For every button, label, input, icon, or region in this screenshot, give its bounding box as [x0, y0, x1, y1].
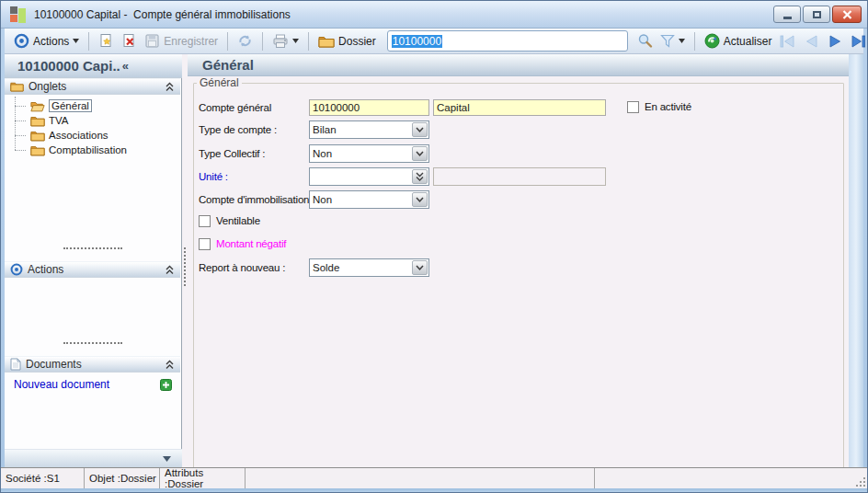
sidebar-collapse-button[interactable]: «	[122, 59, 129, 73]
type-collectif-value: Non	[313, 148, 332, 159]
ventilable-checkbox[interactable]	[199, 215, 211, 227]
section-header-actions[interactable]: Actions	[5, 261, 180, 278]
onglets-tree: Général TVA Associat	[10, 98, 176, 157]
type-collectif-label: Type Collectif :	[199, 148, 265, 159]
title-bar: 10100000 Capital - Compte général immobi…	[1, 1, 867, 29]
nav-previous-button[interactable]	[799, 35, 823, 48]
section-header-onglets[interactable]: Onglets	[5, 78, 180, 95]
report-a-nouveau-dropdown-button[interactable]	[412, 260, 428, 275]
tree-item-tva[interactable]: TVA	[10, 113, 176, 128]
nav-last-icon	[851, 35, 867, 48]
compte-immobilisation-label: Compte d'immobilisation :	[199, 194, 314, 205]
status-empty-panel	[595, 468, 867, 488]
search-icon	[637, 33, 653, 49]
type-de-compte-dropdown-button[interactable]	[412, 122, 428, 137]
vertical-scrollbar[interactable]	[849, 54, 863, 467]
montant-negatif-label: Montant négatif	[216, 238, 286, 249]
type-collectif-select[interactable]: Non	[309, 144, 429, 163]
status-attributs-text: Attributs :Dossier	[165, 467, 245, 489]
toolbar-separator	[308, 32, 309, 51]
sidebar-splitter-handle[interactable]	[63, 247, 122, 249]
chevron-down-icon	[416, 127, 424, 132]
nav-next-icon	[828, 35, 842, 48]
chevron-down-icon	[416, 151, 424, 156]
montant-negatif-checkbox[interactable]	[199, 238, 211, 250]
type-de-compte-select[interactable]: Bilan	[309, 120, 429, 139]
type-de-compte-value: Bilan	[313, 124, 337, 135]
unite-dropdown-button[interactable]	[412, 169, 428, 184]
minimize-icon	[783, 17, 792, 19]
ventilable-row: Ventilable	[199, 213, 260, 228]
resize-grip[interactable]	[856, 477, 865, 487]
nav-previous-icon	[805, 35, 818, 48]
compte-immobilisation-select[interactable]: Non	[309, 190, 429, 209]
sidebar-bottom-bar[interactable]	[5, 449, 182, 467]
folder-icon	[30, 130, 45, 142]
tree-item-general-label: Général	[49, 99, 92, 112]
status-attributs: Attributs :Dossier	[160, 468, 246, 488]
report-a-nouveau-label: Report à nouveau :	[199, 262, 285, 273]
tree-item-associations[interactable]: Associations	[10, 128, 176, 143]
dossier-button[interactable]: Dossier	[314, 33, 380, 50]
close-icon	[842, 10, 852, 19]
nav-next-button[interactable]	[823, 35, 847, 48]
delete-record-button[interactable]	[118, 31, 141, 51]
en-activite-checkbox[interactable]	[627, 101, 639, 113]
minimize-button[interactable]	[773, 6, 801, 23]
documents-header-label: Documents	[26, 358, 82, 371]
type-collectif-dropdown-button[interactable]	[412, 146, 428, 161]
dossier-label: Dossier	[338, 35, 376, 48]
maximize-icon	[813, 11, 821, 18]
print-icon	[272, 34, 289, 49]
save-button[interactable]: Enregistrer	[141, 31, 222, 51]
panel-splitter-handle[interactable]	[184, 247, 186, 286]
tree-item-general[interactable]: Général	[10, 98, 176, 113]
compte-general-code-field[interactable]: 10100000	[309, 99, 429, 116]
sidebar: 10100000 Capi.. « Onglets	[5, 54, 182, 467]
actions-dropdown-icon	[73, 39, 79, 43]
sidebar-bottom-collapse-icon	[163, 456, 171, 462]
report-a-nouveau-value: Solde	[313, 262, 339, 273]
new-document-link[interactable]: Nouveau document	[14, 378, 160, 391]
section-header-documents[interactable]: Documents	[5, 356, 180, 373]
sidebar-title: 10100000 Capi..	[17, 58, 120, 74]
actions-menu-button[interactable]: Actions	[10, 31, 83, 51]
compte-general-code-value: 10100000	[313, 102, 360, 113]
folder-icon	[30, 115, 45, 127]
refresh-icon	[237, 33, 253, 49]
compte-general-name-field[interactable]: Capital	[433, 99, 606, 116]
unite-combo[interactable]	[309, 167, 429, 186]
app-logo-icon	[10, 6, 27, 23]
tree-item-comptabilisation[interactable]: Comptabilisation	[10, 143, 176, 157]
window-title: 10100000 Capital - Compte général immobi…	[34, 1, 291, 29]
refresh-button[interactable]	[234, 31, 257, 51]
ventilable-label: Ventilable	[216, 215, 260, 226]
compte-immobilisation-dropdown-button[interactable]	[412, 192, 428, 207]
double-chevron-down-icon	[416, 172, 424, 181]
general-groupbox: Général Compte général 10100000 Capital …	[193, 76, 844, 467]
add-document-button[interactable]	[160, 379, 172, 391]
status-objet-text: Objet :Dossier	[89, 473, 156, 484]
actualiser-button[interactable]: Actualiser	[701, 31, 776, 51]
search-button[interactable]	[634, 31, 657, 51]
sidebar-title-bar: 10100000 Capi.. «	[5, 54, 182, 78]
save-icon	[144, 33, 160, 49]
nav-last-button[interactable]	[847, 35, 868, 48]
toolbar: Actions Enregistrer	[5, 29, 863, 54]
new-record-icon	[98, 33, 114, 49]
report-a-nouveau-select[interactable]: Solde	[309, 258, 429, 277]
search-input[interactable]: 10100000	[387, 30, 628, 52]
sidebar-splitter-handle[interactable]	[63, 342, 122, 344]
dossier-folder-icon	[318, 35, 335, 48]
general-groupbox-title: Général	[197, 76, 242, 89]
maximize-button[interactable]	[803, 6, 830, 23]
main-panel: Général Général Compte général 10100000 …	[188, 54, 849, 467]
filter-button[interactable]	[657, 32, 689, 50]
print-button[interactable]	[268, 32, 303, 51]
collapse-chevrons-icon	[165, 360, 175, 370]
actualiser-label: Actualiser	[724, 35, 772, 48]
nav-first-button[interactable]	[775, 35, 799, 48]
new-record-button[interactable]	[95, 31, 118, 51]
close-button[interactable]	[832, 6, 862, 23]
new-document-row: Nouveau document	[14, 378, 172, 391]
